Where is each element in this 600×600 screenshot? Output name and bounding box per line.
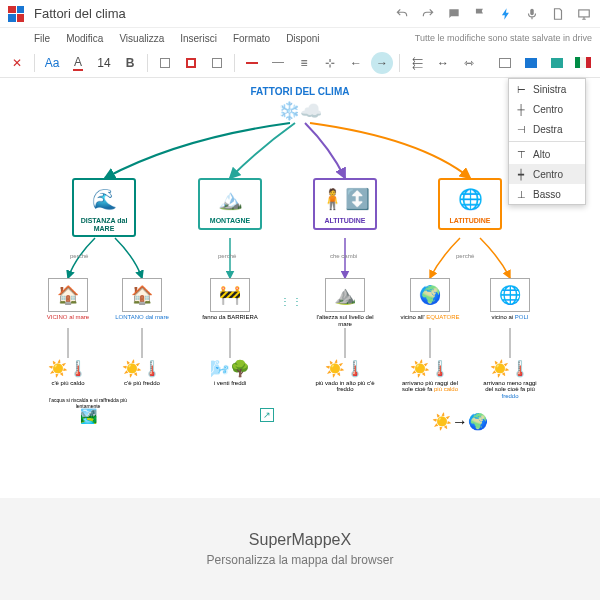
comment-icon[interactable] xyxy=(446,6,462,22)
sub-barriera[interactable]: 🚧 fanno da BARRIERA xyxy=(200,278,260,321)
layout-1-button[interactable] xyxy=(494,52,516,74)
node-latitudine[interactable]: 🌐 LATITUDINE xyxy=(438,178,502,230)
dd-label: Centro xyxy=(533,169,563,180)
bolt-icon[interactable] xyxy=(498,6,514,22)
sub-image-icon: 🏠 xyxy=(122,278,162,312)
node-label: LATITUDINE xyxy=(442,216,498,226)
dd-label: Alto xyxy=(533,149,550,160)
sub-vicino-mare[interactable]: 🏠 VICINO al mare xyxy=(38,278,98,321)
sub-label: fanno da BARRIERA xyxy=(200,314,260,321)
text-color-button[interactable]: A xyxy=(67,52,89,74)
sub-image-icon: 🌐 xyxy=(490,278,530,312)
border-color-button[interactable] xyxy=(180,52,202,74)
shape-button[interactable] xyxy=(206,52,228,74)
layout-3-button[interactable] xyxy=(546,52,568,74)
dd-centro-v[interactable]: ┿Centro xyxy=(509,164,585,184)
menu-formato[interactable]: Formato xyxy=(233,33,270,44)
language-button[interactable] xyxy=(572,52,594,74)
dd-label: Basso xyxy=(533,189,561,200)
document-icon[interactable] xyxy=(550,6,566,22)
separator xyxy=(34,54,35,72)
line-style-button[interactable] xyxy=(267,52,289,74)
leaf-icon: ☀️🌡️ xyxy=(315,360,375,378)
leaf-label: c'è più caldo xyxy=(38,380,98,387)
line-weight-button[interactable]: ≡ xyxy=(293,52,315,74)
dd-alto[interactable]: ⊤Alto xyxy=(509,144,585,164)
leaf-icon: ☀️→🌍 xyxy=(430,413,490,431)
layout-2-button[interactable] xyxy=(520,52,542,74)
flag-icon[interactable] xyxy=(472,6,488,22)
leaf-tempo[interactable]: l'acqua si riscalda e si raffredda più l… xyxy=(38,398,138,426)
leaf-icon: 🌬️🌳 xyxy=(200,360,260,378)
sub-image-icon: 🌍 xyxy=(410,278,450,312)
leaf-freddo[interactable]: ☀️🌡️ c'è più freddo xyxy=(112,360,172,386)
font-size-button[interactable]: 14 xyxy=(93,52,115,74)
fill-color-button[interactable] xyxy=(154,52,176,74)
dd-destra[interactable]: ⊣Destra xyxy=(509,119,585,139)
align-top-icon: ⊤ xyxy=(515,148,527,160)
selection-dots-icon: ⋮⋮ xyxy=(280,296,304,307)
sub-label: VICINO al mare xyxy=(47,314,89,320)
separator xyxy=(509,141,585,142)
menu-disponi[interactable]: Disponi xyxy=(286,33,319,44)
dd-basso[interactable]: ⊥Basso xyxy=(509,184,585,204)
node-handle-icon[interactable]: ↗ xyxy=(260,408,274,422)
sub-equatore[interactable]: 🌍 vicino all' EQUATORE xyxy=(400,278,460,321)
dd-centro-h[interactable]: ┼Centro xyxy=(509,99,585,119)
arrow-end-button[interactable]: → xyxy=(371,52,393,74)
align-left-icon[interactable]: ⬱ xyxy=(406,52,428,74)
edge-label: che cambi xyxy=(330,253,357,259)
menu-visualizza[interactable]: Visualizza xyxy=(119,33,164,44)
dd-sinistra[interactable]: ⊢Sinistra xyxy=(509,79,585,99)
bold-button[interactable]: B xyxy=(119,52,141,74)
leaf-sun-earth[interactable]: ☀️→🌍 xyxy=(430,413,490,433)
node-image-icon: 🌊 xyxy=(76,182,132,216)
font-family-button[interactable]: Aa xyxy=(41,52,63,74)
edge-label: perché xyxy=(70,253,88,259)
leaf-icon: ☀️🌡️ xyxy=(480,360,540,378)
leaf-raggi-piu[interactable]: ☀️🌡️ arrivano più raggi del sole cioè fa… xyxy=(400,360,460,393)
connector-button[interactable]: ⊹ xyxy=(319,52,341,74)
node-montagne[interactable]: 🏔️ MONTAGNE xyxy=(198,178,262,230)
redo-icon[interactable] xyxy=(420,6,436,22)
align-center-icon[interactable]: ↔ xyxy=(432,52,454,74)
close-icon[interactable]: ✕ xyxy=(6,52,28,74)
align-dropdown: ⊢Sinistra ┼Centro ⊣Destra ⊤Alto ┿Centro … xyxy=(508,78,586,205)
menu-modifica[interactable]: Modifica xyxy=(66,33,103,44)
leaf-raggi-meno[interactable]: ☀️🌡️ arrivano meno raggi del sole cioè f… xyxy=(480,360,540,399)
dd-label: Centro xyxy=(533,104,563,115)
node-image-icon: 🏔️ xyxy=(202,182,258,216)
arrow-start-button[interactable]: ← xyxy=(345,52,367,74)
root-node-title[interactable]: FATTORI DEL CLIMA xyxy=(251,86,350,97)
leaf-vado[interactable]: ☀️🌡️ più vado in alto più c'è freddo xyxy=(315,360,375,393)
edge-label: perché xyxy=(456,253,474,259)
save-status: Tutte le modifiche sono state salvate in… xyxy=(415,33,592,43)
document-title: Fattori del clima xyxy=(34,6,394,21)
sub-lontano-mare[interactable]: 🏠 LONTANO dal mare xyxy=(112,278,172,321)
node-label: DISTANZA dal MARE xyxy=(76,216,132,233)
present-icon[interactable] xyxy=(576,6,592,22)
sub-image-icon: 🚧 xyxy=(210,278,250,312)
leaf-venti[interactable]: 🌬️🌳 i venti freddi xyxy=(200,360,260,386)
leaf-label: arrivano più raggi del sole cioè fa più … xyxy=(400,380,460,393)
menu-file[interactable]: File xyxy=(34,33,50,44)
align-left-icon: ⊢ xyxy=(515,83,527,95)
menu-bar: File Modifica Visualizza Inserisci Forma… xyxy=(0,28,600,48)
mic-icon[interactable] xyxy=(524,6,540,22)
leaf-label: arrivano meno raggi del sole cioè fa più… xyxy=(480,380,540,400)
sub-altezza[interactable]: ⛰️ l'altezza sul livello del mare xyxy=(315,278,375,327)
edge-label: perché xyxy=(218,253,236,259)
sub-poli[interactable]: 🌐 vicino ai POLI xyxy=(480,278,540,321)
undo-icon[interactable] xyxy=(394,6,410,22)
app-logo-icon xyxy=(8,6,24,22)
leaf-caldo[interactable]: ☀️🌡️ c'è più caldo xyxy=(38,360,98,386)
node-label: ALTITUDINE xyxy=(317,216,373,226)
distribute-icon[interactable]: ⇿ xyxy=(458,52,480,74)
node-altitudine[interactable]: 🧍↕️ ALTITUDINE xyxy=(313,178,377,230)
node-distanza-mare[interactable]: 🌊 DISTANZA dal MARE xyxy=(72,178,136,237)
sub-label: vicino ai POLI xyxy=(491,314,528,320)
line-color-button[interactable] xyxy=(241,52,263,74)
menu-inserisci[interactable]: Inserisci xyxy=(180,33,217,44)
app-header: Fattori del clima xyxy=(0,0,600,28)
leaf-label: più vado in alto più c'è freddo xyxy=(315,380,375,393)
